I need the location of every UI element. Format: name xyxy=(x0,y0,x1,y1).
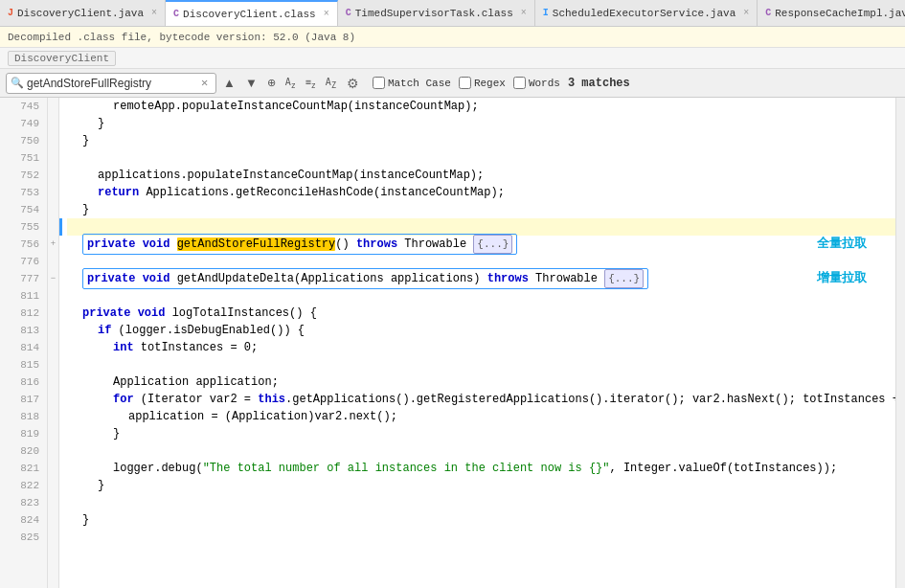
token xyxy=(135,272,142,285)
token: remoteApp.populateInstanceCountMap(insta… xyxy=(113,98,479,115)
gutter-cell xyxy=(48,460,58,477)
code-line xyxy=(67,529,895,546)
tab-scheduled-executor[interactable]: I ScheduledExecutorService.java × xyxy=(535,0,758,27)
tab-close[interactable]: × xyxy=(151,8,157,18)
token: for xyxy=(113,391,134,408)
code-line xyxy=(67,287,895,305)
info-bar: Decompiled .class file, bytecode version… xyxy=(0,27,905,48)
token: private xyxy=(87,237,135,251)
line-number: 819 xyxy=(0,425,47,442)
search-options-btn3[interactable]: AZ xyxy=(323,76,339,91)
code-line: logger.debug("The total number of all in… xyxy=(67,460,895,477)
gutter-cell xyxy=(48,305,58,322)
token: totInstances = 0; xyxy=(134,339,259,356)
token: } xyxy=(82,511,89,529)
tab-label: DiscoveryClient.java xyxy=(17,8,144,19)
method-box: private void getAndStoreFullRegistry() t… xyxy=(82,234,517,255)
gutter-cell xyxy=(48,218,58,236)
code-line: remoteApp.populateInstanceCountMap(insta… xyxy=(67,98,895,115)
line-number: 750 xyxy=(0,132,47,149)
breadcrumb-bar: DiscoveryClient xyxy=(0,48,905,69)
regex-checkbox[interactable] xyxy=(459,77,471,89)
search-next-button[interactable]: ▼ xyxy=(242,75,260,91)
regex-label[interactable]: Regex xyxy=(459,77,506,89)
token: if xyxy=(98,322,111,339)
token: applications.populateInstanceCountMap(in… xyxy=(98,167,484,184)
token: Throwable xyxy=(529,272,604,285)
tab-response-cache[interactable]: C ResponseCacheImpl.java xyxy=(758,0,905,27)
gutter-cell xyxy=(48,477,58,494)
gutter-cell xyxy=(48,529,58,546)
words-text: Words xyxy=(529,78,560,89)
token: {...} xyxy=(473,235,512,254)
line-number: 811 xyxy=(0,287,47,305)
tab-label: ScheduledExecutorService.java xyxy=(553,8,735,19)
line-number: 755 xyxy=(0,218,47,236)
tab-timed-supervisor[interactable]: C TimedSupervisorTask.class × xyxy=(338,0,535,27)
search-find-button[interactable]: ⊕ xyxy=(264,76,279,90)
token: Applications.getReconcileHashCode(instan… xyxy=(139,184,505,201)
line-number: 776 xyxy=(0,253,47,270)
line-number: 754 xyxy=(0,201,47,218)
code-line: return Applications.getReconcileHashCode… xyxy=(67,184,895,201)
search-input[interactable] xyxy=(27,77,199,90)
fold-gutter: +− xyxy=(48,98,59,588)
token: logTotalInstances() { xyxy=(165,305,316,322)
token: .getApplications().getRegisteredApplicat… xyxy=(285,391,895,408)
search-settings-button[interactable]: ⚙ xyxy=(343,75,363,92)
vertical-scrollbar[interactable] xyxy=(895,98,905,588)
token: throws xyxy=(487,272,529,285)
gutter-cell xyxy=(48,356,58,373)
line-number: 756 xyxy=(0,236,47,253)
search-options-btn1[interactable]: Az xyxy=(283,76,299,91)
line-number: 816 xyxy=(0,373,47,391)
line-number: 822 xyxy=(0,477,47,494)
code-area: 7457497507517527537547557567767778118128… xyxy=(0,98,905,588)
tab-icon-interface: I xyxy=(543,8,549,18)
words-label[interactable]: Words xyxy=(513,77,560,89)
code-line: } xyxy=(67,132,895,149)
line-number: 817 xyxy=(0,391,47,408)
tab-label: DiscoveryClient.class xyxy=(183,9,316,20)
line-number: 814 xyxy=(0,339,47,356)
tab-label: TimedSupervisorTask.class xyxy=(355,8,513,19)
token: Throwable xyxy=(397,237,473,251)
token: int xyxy=(113,339,134,356)
match-case-label[interactable]: Match Case xyxy=(373,77,451,89)
fold-icon[interactable]: + xyxy=(51,239,56,249)
words-checkbox[interactable] xyxy=(513,77,526,89)
token: Application application; xyxy=(113,373,279,391)
line-number: 751 xyxy=(0,149,47,167)
tab-discovery-class[interactable]: C DiscoveryClient.class × xyxy=(166,0,338,27)
match-case-checkbox[interactable] xyxy=(373,77,385,89)
code-line: } xyxy=(67,201,895,218)
tab-close[interactable]: × xyxy=(521,8,527,18)
line-number: 753 xyxy=(0,184,47,201)
gutter-cell xyxy=(48,149,58,167)
code-content[interactable]: remoteApp.populateInstanceCountMap(insta… xyxy=(59,98,895,588)
search-magnify-icon: 🔍 xyxy=(11,77,24,89)
token: return xyxy=(98,184,139,201)
line-number: 824 xyxy=(0,511,47,529)
line-number: 823 xyxy=(0,494,47,511)
token xyxy=(170,237,176,251)
tab-close[interactable]: × xyxy=(743,8,749,18)
match-count: 3 matches xyxy=(568,77,630,90)
code-line: int totInstances = 0; xyxy=(67,339,895,356)
tab-close[interactable]: × xyxy=(324,9,329,19)
gutter-cell xyxy=(48,98,58,115)
line-number: 745 xyxy=(0,98,47,115)
gutter-cell xyxy=(48,132,58,149)
tab-icon-class2: C xyxy=(346,8,351,18)
search-options-btn2[interactable]: ≡z xyxy=(303,76,319,91)
token: {...} xyxy=(604,269,644,288)
gutter-cell xyxy=(48,494,58,511)
fold-icon[interactable]: − xyxy=(51,274,56,283)
search-clear-button[interactable]: ✕ xyxy=(201,76,208,90)
tab-discovery-java[interactable]: J DiscoveryClient.java × xyxy=(0,0,166,27)
line-number: 815 xyxy=(0,356,47,373)
search-input-wrap[interactable]: 🔍 ✕ xyxy=(6,73,216,94)
tab-bar: J DiscoveryClient.java × C DiscoveryClie… xyxy=(0,0,905,27)
search-prev-button[interactable]: ▲ xyxy=(220,75,238,91)
search-options: Match Case Regex Words xyxy=(373,77,560,89)
